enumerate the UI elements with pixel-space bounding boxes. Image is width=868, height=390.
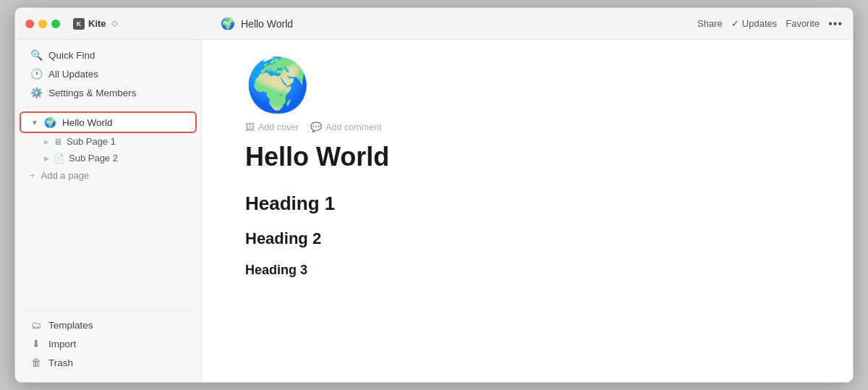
import-icon: ⬇ [30,338,43,349]
subpage1-expand-icon: ▶ [44,138,49,145]
hello-world-label: Hello World [62,117,113,128]
titlebar-center: 🌍 Hello World [206,17,697,30]
content-area: 🌍 🖼 Add cover 💬 Add comment Hello World … [202,40,853,382]
sidebar-item-import[interactable]: ⬇ Import [20,334,197,353]
settings-label: Settings & Members [48,88,187,98]
check-icon: ✓ [731,18,739,29]
titlebar-page-title: Hello World [241,18,293,30]
titlebar-left: K Kite ◇ [25,18,206,30]
sidebar-item-settings[interactable]: ⚙️ Settings & Members [20,83,197,102]
titlebar: K Kite ◇ 🌍 Hello World Share ✓ Updates F… [15,8,853,40]
trash-label: Trash [48,357,187,368]
titlebar-right: Share ✓ Updates Favorite ••• [697,17,843,30]
templates-icon: 🗂 [30,319,43,331]
templates-label: Templates [48,320,187,331]
sidebar-item-addpage[interactable]: + Add a page [20,166,197,185]
heading-3: Heading 3 [245,263,809,278]
add-comment-label: Add comment [326,122,381,132]
more-button[interactable]: ••• [828,17,843,30]
minimize-button[interactable] [38,20,47,28]
main-layout: 🔍 Quick Find 🕐 All Updates ⚙️ Settings &… [15,40,853,382]
chevron-icon: ◇ [111,19,117,28]
import-label: Import [48,339,187,349]
subpage2-icon: 📄 [54,153,64,164]
sidebar-item-templates[interactable]: 🗂 Templates [20,315,197,334]
sidebar: 🔍 Quick Find 🕐 All Updates ⚙️ Settings &… [15,40,202,382]
heading-2: Heading 2 [245,229,809,248]
sidebar-item-subpage1[interactable]: ▶ 🖥 Sub Page 1 [20,133,197,150]
sidebar-bottom-divider [25,310,191,311]
search-icon: 🔍 [30,49,43,61]
share-button[interactable]: Share [697,18,723,29]
kite-icon: K [73,18,85,30]
sidebar-item-trash[interactable]: 🗑 Trash [20,353,197,372]
quickfind-label: Quick Find [48,50,187,61]
app-window: K Kite ◇ 🌍 Hello World Share ✓ Updates F… [14,7,854,383]
sidebar-item-subpage2[interactable]: ▶ 📄 Sub Page 2 [20,150,197,166]
allupdates-label: All Updates [48,69,187,80]
add-cover-button[interactable]: 🖼 Add cover [245,122,299,132]
close-button[interactable] [25,20,34,28]
window-controls [25,20,60,28]
expand-arrow-icon: ▼ [31,119,38,127]
page-globe-icon: 🌍 [221,17,235,30]
add-icon: + [30,170,35,181]
maximize-button[interactable] [51,20,60,28]
comment-icon: 💬 [310,122,322,132]
page-emoji: 🌍 [245,54,809,116]
heading-1: Heading 1 [245,192,809,215]
page-actions: 🖼 Add cover 💬 Add comment [245,122,809,132]
addpage-label: Add a page [41,170,90,181]
app-title: Kite [88,18,106,29]
subpage1-icon: 🖥 [54,137,62,147]
subpage2-label: Sub Page 2 [69,153,118,164]
app-name: K Kite ◇ [73,18,117,30]
image-icon: 🖼 [245,122,255,132]
clock-icon: 🕐 [30,68,43,80]
sidebar-divider [25,106,191,107]
subpage2-expand-icon: ▶ [44,155,49,162]
add-comment-button[interactable]: 💬 Add comment [310,122,381,132]
sidebar-item-allupdates[interactable]: 🕐 All Updates [20,64,197,83]
add-cover-label: Add cover [258,122,299,132]
trash-icon: 🗑 [30,357,43,368]
favorite-button[interactable]: Favorite [786,18,820,29]
sidebar-item-quickfind[interactable]: 🔍 Quick Find [20,46,197,64]
hello-world-icon: 🌍 [44,116,56,128]
gear-icon: ⚙️ [30,87,43,98]
sidebar-item-helloworld[interactable]: ▼ 🌍 Hello World [20,111,197,133]
sidebar-bottom: 🗂 Templates ⬇ Import 🗑 Trash [15,306,201,376]
subpage1-label: Sub Page 1 [67,136,116,147]
page-title: Hello World [245,141,809,172]
updates-button[interactable]: ✓ Updates [731,18,777,29]
